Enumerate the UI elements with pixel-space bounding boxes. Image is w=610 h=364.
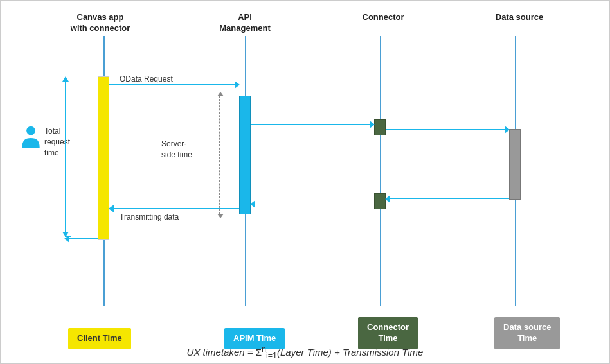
server-side-dashed-line	[219, 96, 220, 214]
arrow-odata-head	[235, 81, 240, 89]
connector-activation-bottom	[374, 193, 386, 209]
formula: UX timetaken = Σni=1(Layer Time) + Trans…	[1, 345, 609, 360]
transmitting-data-label: Transmitting data	[120, 212, 179, 221]
bracket-vertical	[65, 78, 66, 237]
arrow-canvas-user-head	[64, 235, 69, 243]
arrow-connector-datasource-head	[505, 126, 510, 134]
person-icon	[19, 126, 43, 150]
arrow-connector-datasource	[386, 129, 509, 130]
col-header-datasource: Data source	[490, 12, 548, 23]
col-header-apim: API Management	[213, 12, 277, 34]
actor	[19, 126, 43, 150]
connector-label: Connector	[363, 12, 404, 22]
col-header-connector: Connector	[357, 12, 409, 23]
svg-point-0	[26, 126, 35, 135]
arrow-apim-connector	[251, 124, 374, 125]
canvas-label: Canvas app with connector	[71, 12, 130, 33]
arrow-datasource-connector-return-head	[385, 195, 390, 203]
arrow-odata	[109, 84, 239, 85]
server-side-arrow-up	[217, 92, 224, 96]
connector-activation-top	[374, 119, 386, 135]
datasource-label: Data source	[496, 12, 543, 22]
datasource-activation-box	[509, 129, 521, 200]
arrow-apim-canvas-return-head	[109, 205, 114, 212]
arrow-connector-apim-return-head	[250, 200, 255, 208]
arrow-datasource-connector-return	[386, 198, 509, 199]
canvas-activation-box	[98, 76, 109, 240]
arrow-canvas-user	[65, 238, 98, 239]
server-side-time-label: Server- side time	[161, 139, 192, 160]
lifeline-connector	[380, 36, 381, 306]
total-request-time-label: Total request time	[44, 126, 70, 158]
bracket-arrow-up	[62, 76, 69, 82]
apim-label: API Management	[219, 12, 270, 33]
odata-request-label: OData Request	[120, 74, 173, 83]
arrow-apim-connector-head	[370, 121, 375, 128]
diagram-container: Canvas app with connector API Management…	[0, 0, 610, 364]
arrow-connector-apim-return	[251, 204, 374, 204]
col-header-canvas: Canvas app with connector	[62, 12, 139, 34]
server-side-arrow-down	[217, 214, 224, 218]
apim-activation-box	[239, 96, 251, 214]
